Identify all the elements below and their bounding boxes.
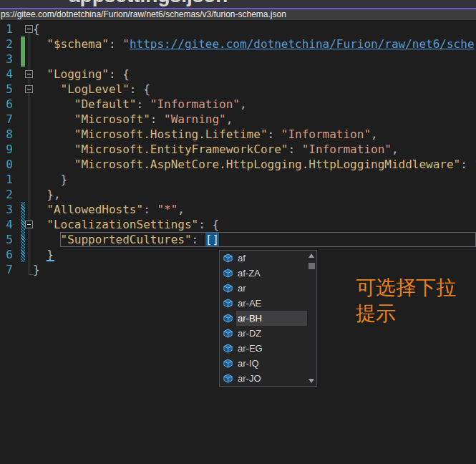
line-number[interactable]: 0	[0, 157, 13, 172]
code-line[interactable]: 0 "Microsoft.AspNetCore.HttpLogging.Http…	[0, 157, 476, 172]
code-line[interactable]: 9 "Microsoft.EntityFrameworkCore": "Info…	[0, 142, 476, 157]
scroll-down-icon[interactable]	[309, 379, 314, 383]
line-number[interactable]: 3	[0, 202, 13, 217]
completion-item[interactable]: ar-DZ	[220, 326, 307, 341]
code-line[interactable]: 1 }	[0, 172, 476, 187]
annotation-line-1: 可选择下拉	[356, 275, 456, 301]
completion-item-label[interactable]: ar-JO	[236, 371, 307, 386]
value-cube-icon	[220, 313, 236, 324]
line-number[interactable]: 3	[0, 52, 13, 67]
fold-toggle-icon[interactable]	[25, 221, 33, 228]
completion-dropdown[interactable]: afaf-ZAarar-AEar-BHar-DZar-EGar-IQar-JO	[219, 250, 317, 387]
fold-margin	[25, 157, 33, 172]
completion-item-label[interactable]: ar-BH	[236, 311, 307, 326]
code-line[interactable]: 8 "Microsoft.Hosting.Lifetime": "Informa…	[0, 127, 476, 142]
completion-item-label[interactable]: af	[236, 251, 307, 266]
completion-item-label[interactable]: ar-EG	[236, 341, 307, 356]
code-text[interactable]: }	[33, 172, 476, 187]
value-cube-icon	[220, 328, 236, 339]
code-text[interactable]: },	[33, 187, 476, 202]
code-line[interactable]: 5 "LogLevel": {	[0, 82, 476, 97]
code-token: "Information"	[281, 127, 371, 141]
line-number[interactable]: 6	[0, 247, 13, 262]
fold-margin	[25, 82, 33, 97]
code-text[interactable]	[33, 52, 476, 67]
code-text[interactable]: "$schema": "https://gitee.com/dotnetchin…	[33, 37, 476, 52]
line-number[interactable]: 2	[0, 187, 13, 202]
line-number[interactable]: 4	[0, 67, 13, 82]
fold-margin	[25, 37, 33, 52]
fold-toggle-icon[interactable]	[25, 85, 33, 93]
code-text[interactable]: {	[33, 21, 476, 37]
line-number[interactable]: 1	[0, 172, 13, 187]
fold-toggle-icon[interactable]	[25, 25, 33, 33]
completion-item[interactable]: af	[220, 251, 307, 266]
fold-margin	[25, 232, 33, 247]
completion-item-label[interactable]: af-ZA	[236, 266, 307, 281]
fold-toggle-icon[interactable]	[25, 70, 33, 78]
code-token: "SupportedCultures"	[61, 233, 192, 246]
code-text[interactable]: "Default": "Information",	[33, 97, 476, 112]
scroll-thumb[interactable]	[309, 263, 315, 269]
code-line[interactable]: 6 "Default": "Information",	[0, 97, 476, 112]
line-number[interactable]: 7	[0, 112, 13, 127]
code-token	[33, 67, 47, 81]
code-line[interactable]: 3 "AllowedHosts": "*",	[0, 202, 476, 217]
completion-item-label[interactable]: ar-AE	[236, 296, 307, 311]
line-number[interactable]: 2	[0, 37, 13, 52]
code-token	[33, 158, 74, 171]
code-token: {	[33, 22, 40, 36]
line-number[interactable]: 5	[0, 82, 13, 97]
completion-item[interactable]: ar-BH	[220, 311, 307, 326]
completion-item-label[interactable]: ar	[236, 281, 307, 296]
line-number[interactable]: 5	[0, 232, 13, 247]
code-line[interactable]: 1{	[0, 21, 476, 37]
value-cube-icon	[220, 268, 236, 279]
code-token: ,	[240, 97, 247, 111]
code-text[interactable]: "Microsoft.AspNetCore.HttpLogging.HttpLo…	[33, 157, 476, 172]
completion-item[interactable]: ar-EG	[220, 341, 307, 356]
code-token: "Microsoft"	[74, 112, 150, 126]
code-line[interactable]: 7 "Microsoft": "Warning",	[0, 112, 476, 127]
code-text[interactable]: "Logging": {	[33, 67, 476, 82]
completion-item[interactable]: af-ZA	[220, 266, 307, 281]
code-line[interactable]: 5 "SupportedCultures": []	[0, 232, 476, 247]
code-line[interactable]: 2 "$schema": "https://gitee.com/dotnetch…	[0, 37, 476, 52]
code-text[interactable]: "SupportedCultures": []	[33, 232, 476, 247]
code-token: ,	[371, 127, 378, 141]
completion-item[interactable]: ar-IQ	[220, 356, 307, 371]
code-text[interactable]: "LocalizationSettings": {	[33, 217, 476, 232]
code-text[interactable]: "AllowedHosts": "*",	[33, 202, 476, 217]
code-editor[interactable]: 1{2 "$schema": "https://gitee.com/dotnet…	[0, 20, 476, 464]
scroll-up-icon[interactable]	[309, 253, 314, 258]
code-token: "Microsoft.AspNetCore.HttpLogging.HttpLo…	[74, 158, 460, 171]
code-line[interactable]: 2 },	[0, 187, 476, 202]
code-text[interactable]: "Microsoft.EntityFrameworkCore": "Inform…	[33, 142, 476, 157]
code-line[interactable]: 3	[0, 52, 476, 67]
code-token: : {	[130, 82, 150, 96]
completion-item[interactable]: ar	[220, 281, 307, 296]
line-number[interactable]: 8	[0, 127, 13, 142]
code-line[interactable]: 4 "Logging": {	[0, 67, 476, 82]
completion-list: afaf-ZAarar-AEar-BHar-DZar-EGar-IQar-JO	[220, 251, 307, 386]
value-cube-icon	[220, 253, 236, 264]
completion-item[interactable]: ar-AE	[220, 296, 307, 311]
line-number[interactable]: 1	[0, 21, 13, 37]
completion-scrollbar[interactable]	[307, 251, 316, 386]
schema-url-tooltip: ps://gitee.com/dotnetchina/Furion/raw/ne…	[0, 9, 476, 20]
code-text[interactable]: "Microsoft": "Warning",	[33, 112, 476, 127]
fold-margin	[25, 172, 33, 187]
schema-link[interactable]: https://gitee.com/dotnetchina/Furion/raw…	[130, 37, 475, 51]
line-number[interactable]: 4	[0, 217, 13, 232]
line-number[interactable]: 7	[0, 262, 13, 277]
completion-item-label[interactable]: ar-IQ	[236, 356, 307, 371]
code-line[interactable]: 4 "LocalizationSettings": {	[0, 217, 476, 232]
code-token: ,	[178, 203, 185, 216]
line-number[interactable]: 9	[0, 142, 13, 157]
code-text[interactable]: "Microsoft.Hosting.Lifetime": "Informati…	[33, 127, 476, 142]
code-token: }	[33, 173, 67, 186]
completion-item-label[interactable]: ar-DZ	[236, 326, 307, 341]
line-number[interactable]: 6	[0, 97, 13, 112]
code-text[interactable]: "LogLevel": {	[33, 82, 476, 97]
completion-item[interactable]: ar-JO	[220, 371, 307, 386]
